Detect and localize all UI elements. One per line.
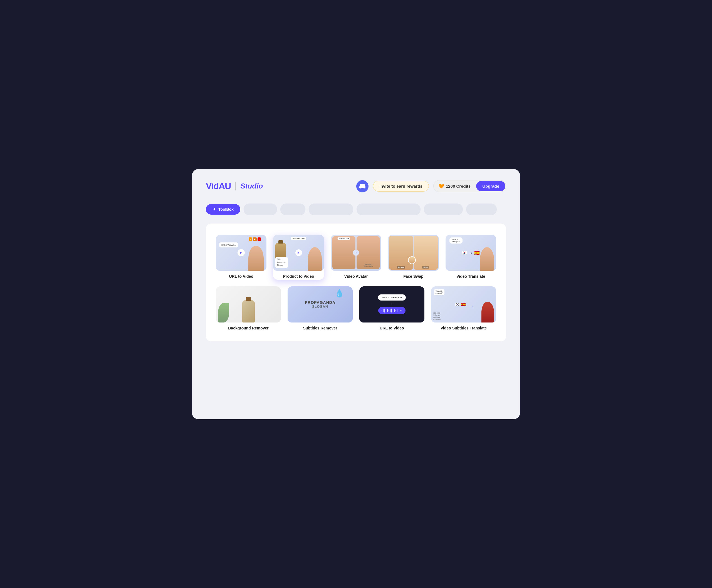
chat-bubble: Nice to meet you <box>378 294 406 300</box>
header-right: Invite to earn rewards 🧡 1200 Credits Up… <box>356 180 506 192</box>
toolbox-icon: ✦ <box>212 207 216 212</box>
tool-card-url-to-video-2[interactable]: Nice to meet you ↕ <box>359 286 424 331</box>
logo3: e <box>258 237 261 241</box>
logo2: A <box>253 237 257 241</box>
speech-bubble: "Nice tomeet you" <box>449 237 463 244</box>
product-to-video-label: Product to Video <box>273 271 324 280</box>
logo-area: VidAU Studio <box>206 181 263 191</box>
multilang-text: 자막 내용СубтитрыContenidosubtitulado <box>433 312 441 321</box>
background-remover-label: Background Remover <box>216 322 281 331</box>
url-to-video-2-label: URL to Video <box>359 322 424 331</box>
avatar-left-panel: Product Title <box>332 236 355 269</box>
tool-card-product-to-video[interactable]: Product Title → TitleParameterPicture ▶ … <box>273 235 324 280</box>
avatar-title-tag: Product Title <box>338 237 350 240</box>
bar8 <box>391 309 392 313</box>
vsub-person <box>482 302 494 322</box>
video-avatar-thumb: Product Title → Character +Text + Audio <box>331 235 381 271</box>
app-container: VidAU Studio Invite to earn rewards 🧡 12… <box>192 169 520 419</box>
tab-4[interactable] <box>309 204 353 215</box>
tool-card-video-avatar[interactable]: Product Title → Character +Text + Audio … <box>331 235 381 280</box>
amazon-logos: a A e <box>249 237 261 241</box>
video-translate-label: Video Translate <box>446 271 496 280</box>
bar5 <box>387 309 388 312</box>
tab-5[interactable] <box>357 204 421 215</box>
face-swap-label: Face Swap <box>388 271 439 280</box>
credits-value: 1200 Credits <box>446 184 471 189</box>
discord-button[interactable] <box>356 180 368 192</box>
url-to-video-label: URL to Video <box>216 271 266 280</box>
amazon-logo: a <box>249 237 252 241</box>
heart-icon: 🧡 <box>439 184 444 189</box>
avatar-right-panel: Character +Text + Audio <box>357 236 380 269</box>
upgrade-button[interactable]: Upgrade <box>476 181 505 191</box>
main-panel: a A e http:// www... ▶ URL to Video Prod <box>206 224 506 341</box>
tools-grid-row1: a A e http:// www... ▶ URL to Video Prod <box>216 235 496 280</box>
url-to-video-thumb: a A e http:// www... ▶ <box>216 235 266 271</box>
logo-text: VidAU <box>206 181 231 191</box>
credits-area: 🧡 1200 Credits Upgrade <box>433 180 506 192</box>
tool-card-face-swap[interactable]: Before After Face Swap <box>388 235 439 280</box>
header: VidAU Studio Invite to earn rewards 🧡 12… <box>206 180 506 192</box>
audio-timer: 3s <box>400 309 402 312</box>
bar10 <box>394 309 395 312</box>
tab-7[interactable] <box>466 204 497 215</box>
tools-grid-row2: Background Remover 💧 PROPAGANDA SLOGAN S… <box>216 286 496 331</box>
tab-3[interactable] <box>280 204 305 215</box>
play-icon: ▶ <box>238 249 245 256</box>
product-title-tag: Product Title <box>291 237 306 240</box>
tool-card-url-to-video[interactable]: a A e http:// www... ▶ URL to Video <box>216 235 266 280</box>
bar12 <box>397 309 398 312</box>
url-to-video-2-thumb: Nice to meet you ↕ <box>359 286 424 322</box>
perfume-bottle <box>242 300 255 322</box>
play-icon-2: ▶ <box>296 249 302 256</box>
arrow-connector: → <box>353 250 359 256</box>
perfume-cap <box>246 297 251 301</box>
bar1 <box>382 310 382 311</box>
subtitles-remover-thumb: 💧 PROPAGANDA SLOGAN <box>288 286 353 322</box>
video-translate-thumb: "Nice tomeet you" 🇰🇷 → 🇪🇸 <box>446 235 496 271</box>
bar2 <box>383 309 384 312</box>
flags2-display: 🇰🇷 🇪🇸 <box>455 302 466 307</box>
product-to-video-thumb: Product Title → TitleParameterPicture ▶ <box>273 235 324 271</box>
tool-card-subtitles-remover[interactable]: 💧 PROPAGANDA SLOGAN Subtitles Remover <box>288 286 353 331</box>
audio-visualization: 3s <box>378 307 406 314</box>
tool-card-video-translate[interactable]: "Nice tomeet you" 🇰🇷 → 🇪🇸 Video Translat… <box>446 235 496 280</box>
propaganda-text: PROPAGANDA SLOGAN <box>305 300 335 309</box>
bar3 <box>384 309 385 313</box>
video-avatar-label: Video Avatar <box>331 271 381 280</box>
translate-person <box>480 247 494 271</box>
wave-indicator: ↕ <box>391 302 393 305</box>
bar4 <box>386 310 386 312</box>
bar9 <box>393 310 393 312</box>
video-subtitles-translate-label: Video Subtitles Translate <box>431 322 496 331</box>
background-remover-thumb <box>216 286 281 322</box>
product-person <box>308 247 322 271</box>
plant-decoration <box>218 303 229 322</box>
tab-toolbox-label: ToolBox <box>218 207 233 212</box>
bar11 <box>395 310 396 311</box>
person-image <box>248 246 264 271</box>
invite-button[interactable]: Invite to earn rewards <box>373 181 429 192</box>
tab-2[interactable] <box>244 204 277 215</box>
tool-card-video-subtitles-translate[interactable]: "Subtitlecontent" 🇰🇷 🇪🇸 → 자막 내용СубтитрыC… <box>431 286 496 331</box>
url-input-preview: http:// www... <box>219 243 238 248</box>
face-circle-overlay <box>408 256 416 264</box>
subtitles-remover-label: Subtitles Remover <box>288 322 353 331</box>
avatar-sub-label: Character +Text + Audio <box>364 264 373 267</box>
tab-toolbox[interactable]: ✦ ToolBox <box>206 204 240 215</box>
bar6 <box>389 310 389 311</box>
translate-arrow: → <box>470 304 474 309</box>
subtitle-content-box: "Subtitlecontent" <box>434 289 444 295</box>
face-swap-thumb: Before After <box>388 235 439 271</box>
video-subtitles-translate-thumb: "Subtitlecontent" 🇰🇷 🇪🇸 → 자막 내용СубтитрыC… <box>431 286 496 322</box>
face-before: Before <box>389 236 413 270</box>
tool-card-background-remover[interactable]: Background Remover <box>216 286 281 331</box>
before-label: Before <box>397 266 405 269</box>
flags-display: 🇰🇷 → 🇪🇸 <box>462 250 480 255</box>
studio-label: Studio <box>240 182 263 190</box>
dropper-icon: 💧 <box>334 289 344 298</box>
face-after: After <box>413 236 438 270</box>
tab-6[interactable] <box>424 204 463 215</box>
credits-display: 🧡 1200 Credits <box>433 181 475 192</box>
tabs-row: ✦ ToolBox <box>206 204 506 215</box>
